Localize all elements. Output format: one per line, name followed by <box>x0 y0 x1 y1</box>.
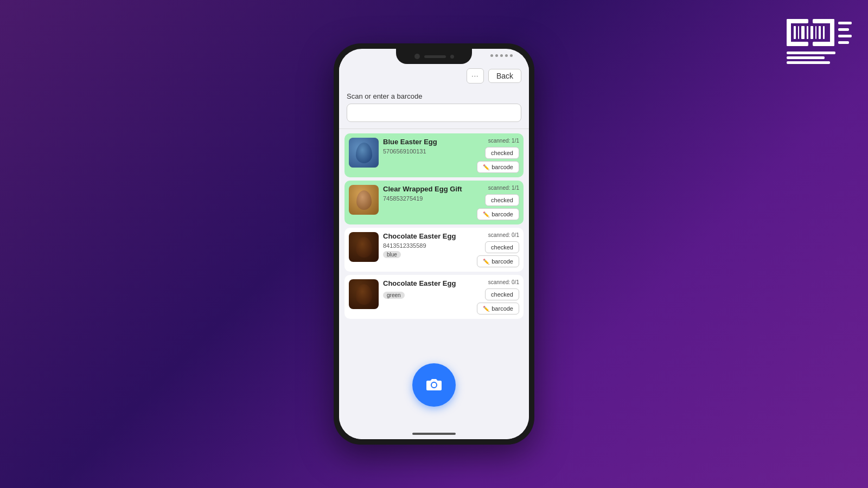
svg-rect-6 <box>794 26 796 39</box>
svg-rect-2 <box>787 42 808 46</box>
item-barcode-2: 745853275419 <box>383 195 473 202</box>
item-barcode-3: 8413512335589 <box>383 242 473 249</box>
item-barcode-button-1[interactable]: ✏️barcode <box>477 161 519 173</box>
svg-rect-14 <box>838 22 852 24</box>
svg-point-21 <box>432 383 436 387</box>
item-info-2: Clear Wrapped Egg Gift745853275419 <box>383 185 473 202</box>
barcode-btn-label-3: barcode <box>492 258 513 265</box>
item-image-4 <box>349 279 379 309</box>
phone-notch <box>396 49 472 64</box>
camera-icon <box>425 377 443 393</box>
item-card-2: Clear Wrapped Egg Gift745853275419scanne… <box>344 181 524 224</box>
svg-rect-20 <box>787 61 830 64</box>
item-actions-1: scanned: 1/1checked✏️barcode <box>477 138 519 173</box>
item-actions-3: scanned: 0/1checked✏️barcode <box>477 232 519 267</box>
item-barcode-button-2[interactable]: ✏️barcode <box>477 208 519 220</box>
svg-rect-13 <box>823 26 825 39</box>
item-tag-4: green <box>383 292 405 299</box>
status-dot-3 <box>500 54 503 57</box>
svg-rect-5 <box>813 42 834 46</box>
svg-rect-8 <box>801 26 805 39</box>
item-card-3: Chocolate Easter Egg8413512335589bluesca… <box>344 228 524 272</box>
back-button[interactable]: Back <box>488 69 521 83</box>
item-card-4: Chocolate Easter Egggreenscanned: 0/1che… <box>344 275 524 319</box>
notch-camera <box>414 54 420 59</box>
svg-rect-18 <box>787 52 835 54</box>
home-indicator <box>412 433 456 435</box>
item-info-1: Blue Easter Egg5706569100131 <box>383 138 473 155</box>
svg-rect-19 <box>787 56 825 59</box>
pencil-icon-1: ✏️ <box>483 164 489 170</box>
status-dot-2 <box>495 54 498 57</box>
barcode-btn-label-1: barcode <box>492 164 513 170</box>
svg-rect-7 <box>798 26 799 39</box>
phone-screen: ··· Back Scan or enter a barcode Blue Ea… <box>339 49 529 439</box>
app-logo-icon <box>784 11 854 70</box>
pencil-icon-2: ✏️ <box>483 211 489 217</box>
pencil-icon-4: ✏️ <box>483 306 489 312</box>
barcode-section: Scan or enter a barcode <box>339 88 529 129</box>
notch-speaker <box>424 55 446 58</box>
item-name-4: Chocolate Easter Egg <box>383 279 473 288</box>
svg-rect-1 <box>787 19 808 23</box>
pencil-icon-3: ✏️ <box>483 259 489 265</box>
camera-fab-button[interactable] <box>412 363 456 407</box>
svg-rect-9 <box>807 26 808 39</box>
item-actions-2: scanned: 1/1checked✏️barcode <box>477 185 519 220</box>
barcode-btn-label-2: barcode <box>492 211 513 217</box>
item-tag-3: blue <box>383 251 401 258</box>
more-button[interactable]: ··· <box>467 68 484 84</box>
svg-rect-11 <box>815 26 816 39</box>
item-name-1: Blue Easter Egg <box>383 138 473 147</box>
barcode-input[interactable] <box>347 104 521 122</box>
status-dots <box>490 54 513 57</box>
svg-rect-10 <box>810 26 813 39</box>
item-checked-button-2[interactable]: checked <box>485 194 519 206</box>
item-card-1: Blue Easter Egg5706569100131scanned: 1/1… <box>344 133 524 177</box>
item-image-3 <box>349 232 379 262</box>
item-info-3: Chocolate Easter Egg8413512335589blue <box>383 232 473 259</box>
item-scanned-label-1: scanned: 1/1 <box>488 138 519 144</box>
barcode-label: Scan or enter a barcode <box>347 92 521 100</box>
status-dot-1 <box>490 54 493 57</box>
item-scanned-label-3: scanned: 0/1 <box>488 232 519 238</box>
status-dot-5 <box>510 54 513 57</box>
item-barcode-button-3[interactable]: ✏️barcode <box>477 255 519 267</box>
item-barcode-button-4[interactable]: ✏️barcode <box>477 303 519 314</box>
item-image-2 <box>349 185 379 215</box>
item-barcode-1: 5706569100131 <box>383 148 473 155</box>
item-checked-button-3[interactable]: checked <box>485 241 519 253</box>
svg-rect-12 <box>819 26 821 39</box>
logo-area <box>784 11 854 73</box>
item-name-3: Chocolate Easter Egg <box>383 232 473 241</box>
item-info-4: Chocolate Easter Egggreen <box>383 279 473 299</box>
item-scanned-label-2: scanned: 1/1 <box>488 185 519 191</box>
item-actions-4: scanned: 0/1checked✏️barcode <box>477 279 519 314</box>
status-dot-4 <box>505 54 508 57</box>
notch-dot <box>450 55 454 59</box>
item-image-1 <box>349 138 379 168</box>
item-name-2: Clear Wrapped Egg Gift <box>383 185 473 194</box>
item-scanned-label-4: scanned: 0/1 <box>488 279 519 285</box>
barcode-btn-label-4: barcode <box>492 305 513 312</box>
svg-rect-17 <box>838 41 849 44</box>
item-checked-button-4[interactable]: checked <box>485 288 519 300</box>
app-header: ··· Back <box>339 64 529 88</box>
item-checked-button-1[interactable]: checked <box>485 147 519 159</box>
svg-rect-15 <box>838 28 849 31</box>
svg-rect-16 <box>838 35 852 37</box>
svg-rect-4 <box>813 19 834 23</box>
phone-shell: ··· Back Scan or enter a barcode Blue Ea… <box>334 43 534 445</box>
